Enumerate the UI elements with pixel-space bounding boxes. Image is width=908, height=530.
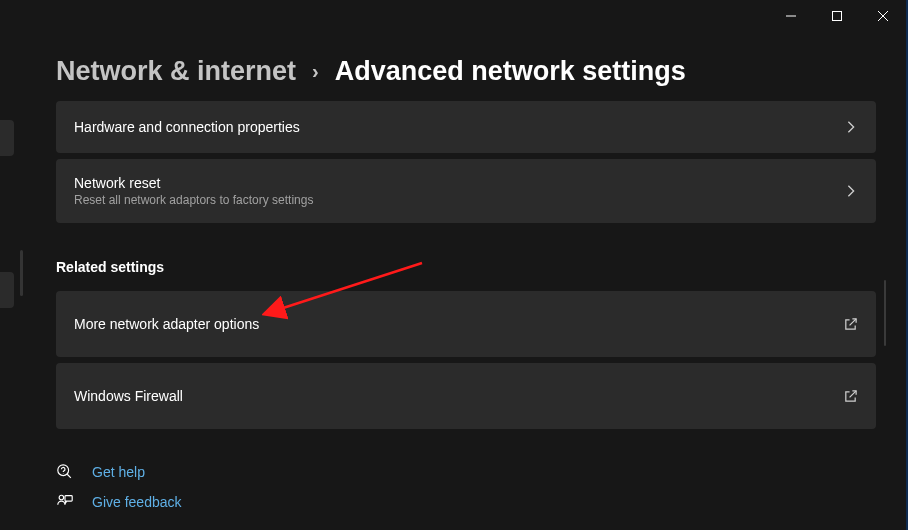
- close-button[interactable]: [860, 0, 906, 32]
- svg-rect-4: [65, 496, 72, 501]
- network-reset-item[interactable]: Network reset Reset all network adaptors…: [56, 159, 876, 223]
- window-titlebar: [768, 0, 906, 32]
- chevron-right-icon: [844, 184, 858, 198]
- sidebar-indicator: [20, 250, 23, 296]
- chevron-right-icon: [844, 120, 858, 134]
- breadcrumb-parent[interactable]: Network & internet: [56, 56, 296, 87]
- svg-point-3: [59, 495, 64, 500]
- help-icon: [56, 463, 76, 481]
- scrollbar[interactable]: [884, 280, 886, 346]
- link-label: Get help: [92, 464, 145, 480]
- minimize-button[interactable]: [768, 0, 814, 32]
- svg-rect-0: [833, 12, 842, 21]
- related-settings-heading: Related settings: [56, 259, 876, 275]
- more-adapter-options-item[interactable]: More network adapter options: [56, 291, 876, 357]
- svg-point-1: [58, 465, 69, 476]
- link-label: Give feedback: [92, 494, 182, 510]
- chevron-right-icon: ›: [312, 60, 319, 83]
- windows-firewall-item[interactable]: Windows Firewall: [56, 363, 876, 429]
- item-title: Windows Firewall: [74, 388, 183, 404]
- item-subtitle: Reset all network adaptors to factory se…: [74, 193, 313, 207]
- feedback-icon: [56, 493, 76, 511]
- maximize-button[interactable]: [814, 0, 860, 32]
- give-feedback-link[interactable]: Give feedback: [56, 487, 876, 517]
- sidebar-item-fragment: [0, 120, 14, 156]
- item-title: More network adapter options: [74, 316, 259, 332]
- item-title: Hardware and connection properties: [74, 119, 300, 135]
- page-title: Advanced network settings: [335, 56, 686, 87]
- external-link-icon: [843, 317, 858, 332]
- content-area: Network & internet › Advanced network se…: [56, 56, 876, 530]
- external-link-icon: [843, 389, 858, 404]
- get-help-link[interactable]: Get help: [56, 457, 876, 487]
- sidebar-item-fragment: [0, 272, 14, 308]
- breadcrumb: Network & internet › Advanced network se…: [56, 56, 876, 87]
- item-title: Network reset: [74, 175, 313, 191]
- svg-point-2: [63, 473, 64, 474]
- hardware-connection-item[interactable]: Hardware and connection properties: [56, 101, 876, 153]
